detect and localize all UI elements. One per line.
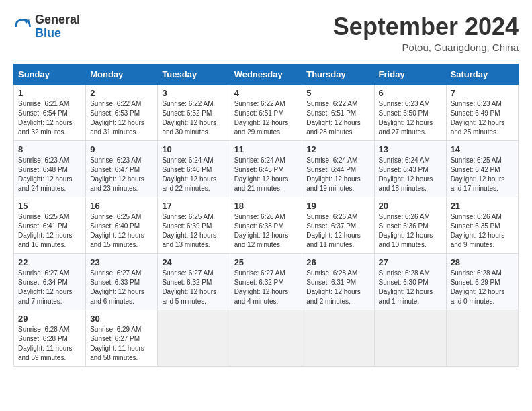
day-info: Sunrise: 6:29 AMSunset: 6:27 PMDaylight:… [90,325,153,363]
calendar-cell: 22Sunrise: 6:27 AMSunset: 6:34 PMDayligh… [14,253,86,310]
day-info: Sunrise: 6:27 AMSunset: 6:34 PMDaylight:… [18,269,81,306]
day-info: Sunrise: 6:26 AMSunset: 6:38 PMDaylight:… [234,212,298,250]
day-number: 4 [234,88,298,98]
calendar-cell [302,310,374,366]
logo-icon [13,17,32,36]
day-info: Sunrise: 6:26 AMSunset: 6:36 PMDaylight:… [379,212,442,250]
calendar-cell: 23Sunrise: 6:27 AMSunset: 6:33 PMDayligh… [86,253,158,310]
day-info: Sunrise: 6:23 AMSunset: 6:48 PMDaylight:… [18,156,81,193]
calendar-cell: 5Sunrise: 6:22 AMSunset: 6:51 PMDaylight… [302,84,374,140]
day-number: 15 [18,201,81,211]
day-info: Sunrise: 6:21 AMSunset: 6:54 PMDaylight:… [18,99,81,137]
calendar-cell: 13Sunrise: 6:24 AMSunset: 6:43 PMDayligh… [374,140,446,197]
day-of-week-header: Sunday [14,64,86,84]
calendar-cell: 30Sunrise: 6:29 AMSunset: 6:27 PMDayligh… [86,310,158,366]
calendar-week-row: 29Sunrise: 6:28 AMSunset: 6:28 PMDayligh… [14,310,519,366]
day-info: Sunrise: 6:28 AMSunset: 6:31 PMDaylight:… [306,269,369,306]
day-number: 25 [234,257,298,267]
day-number: 3 [162,88,225,98]
day-info: Sunrise: 6:25 AMSunset: 6:41 PMDaylight:… [18,212,81,250]
day-info: Sunrise: 6:24 AMSunset: 6:44 PMDaylight:… [306,156,369,193]
day-of-week-header: Friday [374,64,446,84]
calendar-cell: 24Sunrise: 6:27 AMSunset: 6:32 PMDayligh… [158,253,230,310]
day-info: Sunrise: 6:28 AMSunset: 6:29 PMDaylight:… [451,269,514,306]
day-info: Sunrise: 6:28 AMSunset: 6:30 PMDaylight:… [379,269,442,306]
day-number: 27 [379,257,442,267]
day-info: Sunrise: 6:23 AMSunset: 6:49 PMDaylight:… [451,99,514,137]
day-number: 10 [162,144,225,154]
calendar-cell: 9Sunrise: 6:23 AMSunset: 6:47 PMDaylight… [86,140,158,197]
day-number: 19 [306,201,369,211]
day-number: 26 [306,257,369,267]
day-number: 8 [18,144,81,154]
calendar-week-row: 1Sunrise: 6:21 AMSunset: 6:54 PMDaylight… [14,84,519,140]
day-info: Sunrise: 6:27 AMSunset: 6:32 PMDaylight:… [234,269,298,306]
day-number: 9 [90,144,153,154]
calendar-cell: 27Sunrise: 6:28 AMSunset: 6:30 PMDayligh… [374,253,446,310]
day-info: Sunrise: 6:23 AMSunset: 6:47 PMDaylight:… [90,156,153,193]
day-number: 29 [18,314,81,324]
day-number: 23 [90,257,153,267]
day-info: Sunrise: 6:22 AMSunset: 6:51 PMDaylight:… [306,99,369,137]
day-of-week-header: Monday [86,64,158,84]
calendar-cell: 20Sunrise: 6:26 AMSunset: 6:36 PMDayligh… [374,197,446,253]
day-number: 20 [379,201,442,211]
day-info: Sunrise: 6:24 AMSunset: 6:45 PMDaylight:… [234,156,298,193]
day-number: 1 [18,88,81,98]
day-info: Sunrise: 6:25 AMSunset: 6:40 PMDaylight:… [90,212,153,250]
day-number: 5 [306,88,369,98]
calendar-header-row: SundayMondayTuesdayWednesdayThursdayFrid… [14,64,519,84]
day-info: Sunrise: 6:23 AMSunset: 6:50 PMDaylight:… [379,99,442,137]
calendar-cell: 14Sunrise: 6:25 AMSunset: 6:42 PMDayligh… [446,140,518,197]
calendar-cell: 4Sunrise: 6:22 AMSunset: 6:51 PMDaylight… [230,84,302,140]
day-info: Sunrise: 6:27 AMSunset: 6:32 PMDaylight:… [162,269,225,306]
day-number: 13 [379,144,442,154]
calendar-cell [446,310,518,366]
day-of-week-header: Tuesday [158,64,230,84]
calendar-cell: 11Sunrise: 6:24 AMSunset: 6:45 PMDayligh… [230,140,302,197]
calendar-cell: 10Sunrise: 6:24 AMSunset: 6:46 PMDayligh… [158,140,230,197]
day-number: 11 [234,144,298,154]
day-number: 17 [162,201,225,211]
day-of-week-header: Saturday [446,64,518,84]
day-info: Sunrise: 6:22 AMSunset: 6:53 PMDaylight:… [90,99,153,137]
calendar-cell: 25Sunrise: 6:27 AMSunset: 6:32 PMDayligh… [230,253,302,310]
calendar-cell: 15Sunrise: 6:25 AMSunset: 6:41 PMDayligh… [14,197,86,253]
calendar-cell: 18Sunrise: 6:26 AMSunset: 6:38 PMDayligh… [230,197,302,253]
day-info: Sunrise: 6:24 AMSunset: 6:43 PMDaylight:… [379,156,442,193]
day-number: 12 [306,144,369,154]
calendar-week-row: 22Sunrise: 6:27 AMSunset: 6:34 PMDayligh… [14,253,519,310]
calendar-cell: 7Sunrise: 6:23 AMSunset: 6:49 PMDaylight… [446,84,518,140]
calendar-cell [158,310,230,366]
page-header: General Blue September 2024 Potou, Guang… [13,13,519,53]
day-number: 21 [451,201,514,211]
day-of-week-header: Thursday [302,64,374,84]
calendar-table: SundayMondayTuesdayWednesdayThursdayFrid… [13,64,519,367]
day-number: 30 [90,314,153,324]
day-info: Sunrise: 6:22 AMSunset: 6:51 PMDaylight:… [234,99,298,137]
calendar-cell: 26Sunrise: 6:28 AMSunset: 6:31 PMDayligh… [302,253,374,310]
day-number: 18 [234,201,298,211]
day-info: Sunrise: 6:25 AMSunset: 6:42 PMDaylight:… [451,156,514,193]
calendar-cell: 6Sunrise: 6:23 AMSunset: 6:50 PMDaylight… [374,84,446,140]
day-info: Sunrise: 6:22 AMSunset: 6:52 PMDaylight:… [162,99,225,137]
day-info: Sunrise: 6:25 AMSunset: 6:39 PMDaylight:… [162,212,225,250]
day-info: Sunrise: 6:27 AMSunset: 6:33 PMDaylight:… [90,269,153,306]
calendar-cell: 12Sunrise: 6:24 AMSunset: 6:44 PMDayligh… [302,140,374,197]
location: Potou, Guangdong, China [333,42,519,53]
calendar-cell [230,310,302,366]
day-number: 16 [90,201,153,211]
calendar-cell [374,310,446,366]
logo-blue-text: Blue [35,26,61,40]
logo-general-text: General [35,13,80,26]
day-number: 22 [18,257,81,267]
calendar-cell: 21Sunrise: 6:26 AMSunset: 6:35 PMDayligh… [446,197,518,253]
day-number: 2 [90,88,153,98]
calendar-cell: 29Sunrise: 6:28 AMSunset: 6:28 PMDayligh… [14,310,86,366]
title-block: September 2024 Potou, Guangdong, China [333,13,519,53]
day-info: Sunrise: 6:28 AMSunset: 6:28 PMDaylight:… [18,325,81,363]
day-info: Sunrise: 6:26 AMSunset: 6:35 PMDaylight:… [451,212,514,250]
day-number: 14 [451,144,514,154]
calendar-cell: 8Sunrise: 6:23 AMSunset: 6:48 PMDaylight… [14,140,86,197]
calendar-cell: 19Sunrise: 6:26 AMSunset: 6:37 PMDayligh… [302,197,374,253]
